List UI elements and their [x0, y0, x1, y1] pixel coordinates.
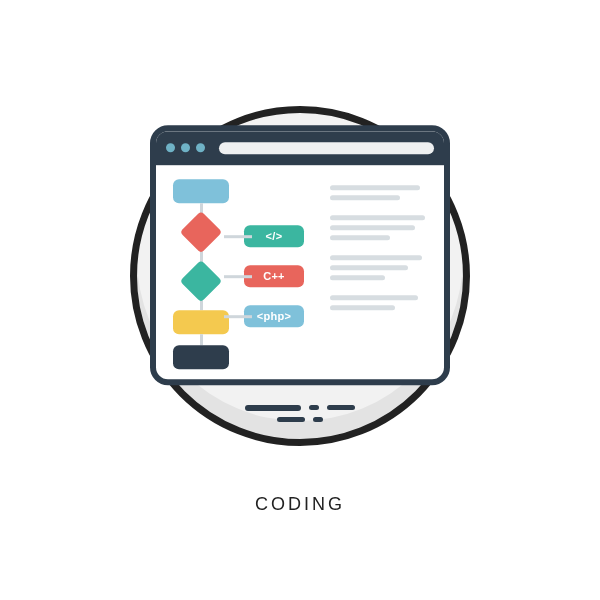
address-bar: [219, 142, 434, 154]
dash-icon: [327, 405, 355, 410]
code-line: [330, 215, 425, 220]
code-line: [330, 235, 390, 240]
dash-icon: [277, 417, 305, 422]
code-line: [330, 185, 420, 190]
window-dot-icon: [196, 143, 205, 152]
code-line: [330, 275, 385, 280]
flow-connector: [200, 251, 203, 262]
code-line: [330, 295, 418, 300]
flow-start-node: [173, 179, 229, 203]
code-lines-column: [330, 179, 430, 369]
code-line: [330, 225, 415, 230]
cpp-tag: C++: [244, 265, 304, 287]
dash-icon: [245, 405, 301, 411]
coding-illustration: </> C++ <php>: [110, 86, 490, 466]
php-tag: <php>: [244, 305, 304, 327]
code-line: [330, 265, 408, 270]
code-block: [330, 295, 430, 310]
flow-connector: [200, 334, 203, 345]
flowchart-column: [170, 179, 232, 369]
flow-decision-node: [180, 259, 222, 301]
code-line: [330, 195, 400, 200]
code-block: [330, 185, 430, 200]
window-content: </> C++ <php>: [156, 165, 444, 379]
window-dot-icon: [166, 143, 175, 152]
window-titlebar: [156, 131, 444, 165]
base-shadow-dashes: [245, 405, 355, 422]
caption-label: CODING: [255, 494, 345, 515]
tag-connector: [224, 235, 252, 238]
dash-icon: [313, 417, 323, 422]
tag-label: C++: [263, 270, 285, 282]
language-tag-column: </> C++ <php>: [244, 179, 318, 369]
dash-icon: [309, 405, 319, 410]
tag-label: </>: [266, 230, 283, 242]
tag-connector: [224, 315, 252, 318]
tag-connector: [224, 275, 252, 278]
code-block: [330, 255, 430, 280]
html-tag: </>: [244, 225, 304, 247]
code-block: [330, 215, 430, 240]
code-line: [330, 255, 422, 260]
window-dot-icon: [181, 143, 190, 152]
flow-decision-node: [180, 211, 222, 253]
flow-end-node: [173, 345, 229, 369]
flow-connector: [200, 300, 203, 311]
browser-window: </> C++ <php>: [150, 125, 450, 385]
flow-process-node: [173, 310, 229, 334]
code-line: [330, 305, 395, 310]
tag-label: <php>: [257, 310, 292, 322]
